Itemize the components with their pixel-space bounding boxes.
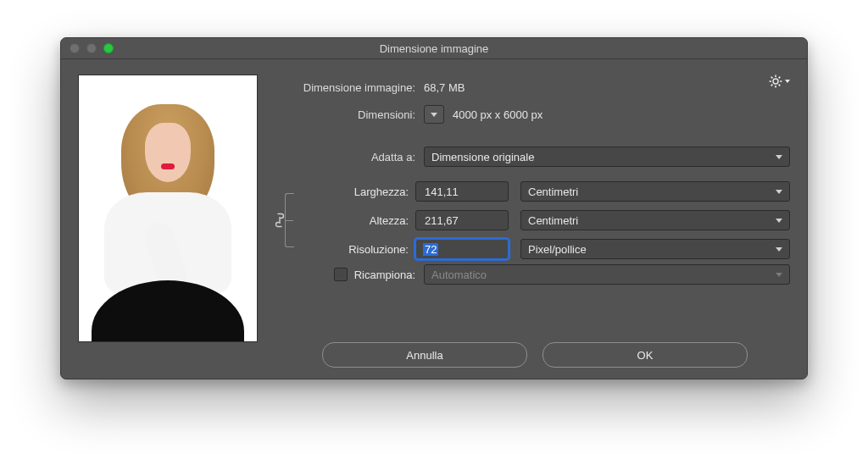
window-zoom-button[interactable]: [103, 43, 114, 53]
width-unit-value: Centimetri: [528, 185, 578, 198]
chevron-down-icon: [776, 155, 782, 159]
link-icon: [275, 212, 285, 229]
constrain-proportions-button[interactable]: [273, 210, 287, 230]
width-label: Larghezza:: [303, 185, 415, 198]
window-close-button[interactable]: [70, 43, 80, 53]
chevron-down-icon: [431, 113, 437, 117]
chevron-down-icon: [776, 273, 782, 277]
resolution-unit-select[interactable]: Pixel/pollice: [520, 239, 790, 259]
svg-line-6: [779, 85, 781, 86]
resample-label: Ricampiona:: [354, 269, 415, 281]
cancel-button-label: Annulla: [406, 349, 442, 362]
window-title: Dimensione immagine: [380, 42, 489, 55]
window-minimize-button[interactable]: [86, 43, 97, 53]
gear-icon: [769, 75, 782, 88]
height-label: Altezza:: [303, 214, 415, 227]
dimensions-unit-button[interactable]: [424, 105, 444, 124]
preview-pane: [78, 75, 258, 368]
image-preview[interactable]: [78, 75, 258, 342]
link-rail: [280, 193, 298, 247]
resolution-unit-value: Pixel/pollice: [528, 243, 587, 256]
ok-button[interactable]: OK: [542, 342, 748, 368]
dimensions-value: 4000 px x 6000 px: [453, 108, 542, 121]
resolution-input[interactable]: 72: [415, 239, 509, 259]
width-input[interactable]: [415, 181, 509, 202]
resample-checkbox[interactable]: [334, 268, 348, 281]
chevron-down-icon: [785, 80, 790, 83]
chevron-down-icon: [776, 219, 782, 223]
image-size-label: Dimensione immagine:: [280, 81, 415, 94]
height-input[interactable]: [415, 210, 509, 230]
dialog-footer: Annulla OK: [280, 334, 790, 368]
svg-line-8: [771, 85, 773, 86]
fit-to-select[interactable]: Dimensione originale: [424, 147, 790, 167]
image-size-dialog: Dimensione immagine: [60, 37, 808, 379]
image-size-value: 68,7 MB: [424, 81, 790, 94]
form-pane: Dimensione immagine: 68,7 MB Dimensioni:…: [280, 75, 790, 368]
fit-to-value: Dimensione originale: [431, 151, 534, 163]
width-input-field[interactable]: [423, 185, 501, 199]
canvas: Dimensione immagine: [0, 0, 868, 454]
window-controls: [70, 43, 114, 53]
resolution-input-value: 72: [423, 243, 438, 256]
fit-to-label: Adatta a:: [280, 151, 415, 163]
resample-method-value: Automatico: [431, 269, 487, 281]
cancel-button[interactable]: Annulla: [322, 342, 527, 368]
resolution-label: Risoluzione:: [303, 243, 415, 256]
resample-row: Ricampiona: Automatico: [280, 264, 790, 285]
height-unit-select[interactable]: Centimetri: [520, 210, 790, 230]
svg-point-0: [773, 79, 778, 84]
image-size-row: Dimensione immagine: 68,7 MB: [280, 75, 790, 100]
dimensions-label: Dimensioni:: [280, 108, 415, 121]
dimension-fields: Larghezza: Centimetri Altezza:: [280, 181, 790, 259]
resample-method-select: Automatico: [424, 264, 790, 285]
chevron-down-icon: [776, 190, 782, 194]
fit-to-row: Adatta a: Dimensione originale: [280, 144, 790, 169]
height-input-field[interactable]: [423, 213, 501, 228]
width-row: Larghezza: Centimetri: [303, 181, 790, 202]
titlebar: Dimensione immagine: [61, 38, 807, 59]
ok-button-label: OK: [637, 349, 654, 362]
resolution-row: Risoluzione: 72 Pixel/pollice: [303, 239, 790, 259]
svg-line-7: [779, 77, 781, 79]
height-row: Altezza: Centimetri: [303, 210, 790, 230]
settings-menu-button[interactable]: [769, 75, 790, 88]
dimensions-row: Dimensioni: 4000 px x 6000 px: [280, 102, 790, 127]
width-unit-select[interactable]: Centimetri: [520, 181, 790, 202]
height-unit-value: Centimetri: [528, 214, 578, 227]
svg-line-5: [771, 77, 773, 79]
chevron-down-icon: [776, 247, 782, 252]
dialog-body: Dimensione immagine: 68,7 MB Dimensioni:…: [61, 59, 807, 379]
